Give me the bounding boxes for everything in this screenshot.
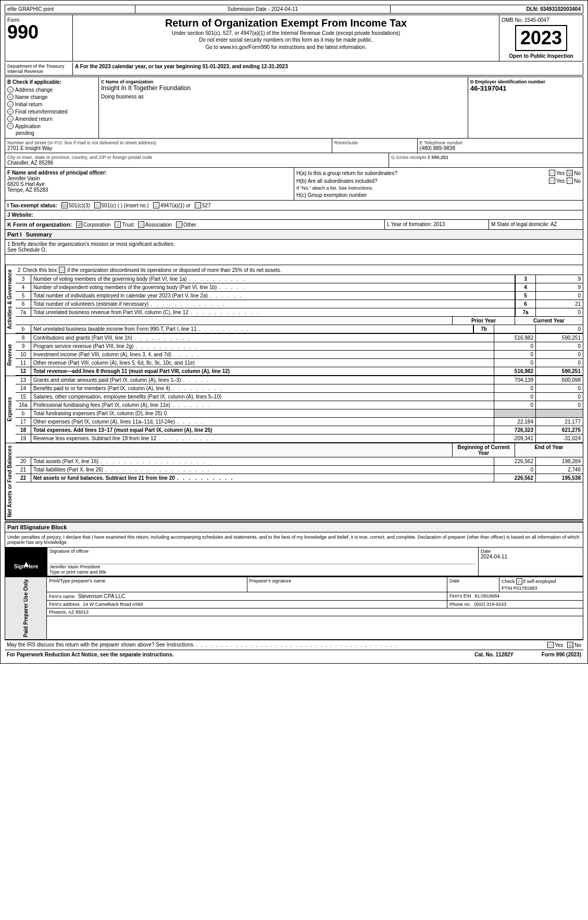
tax-527-box[interactable]: □	[195, 202, 201, 208]
line12-num: 12	[16, 367, 31, 375]
main-header: Form 990 Return of Organization Exempt F…	[5, 15, 583, 61]
amended-return-label: Amended return	[15, 116, 53, 122]
line15-desc: Salaries, other compensation, employee b…	[31, 393, 494, 401]
form-body: B Check if applicable: ○ Address change …	[5, 77, 583, 520]
line14-current: 0	[536, 384, 583, 392]
part1-label: Part I	[7, 231, 22, 238]
pending-label: pending	[7, 130, 96, 136]
line6-num: 6	[16, 300, 31, 308]
line11-desc: Other revenue (Part VIII, column (A), li…	[31, 359, 494, 367]
website-text: Go to www.irs.gov/Form990 for instructio…	[75, 44, 497, 50]
hb-yes: □Yes	[549, 178, 565, 184]
address-value: 2701 E Insight Way	[7, 145, 330, 151]
check-mark-box[interactable]: ✓	[516, 578, 522, 585]
corp-box[interactable]: ☑	[76, 221, 82, 228]
line13-num: 13	[16, 376, 31, 384]
assets-sidebar-label: Net Assets or Fund Balances	[5, 443, 16, 519]
sig-date-label: Date	[481, 549, 581, 554]
address-change-label: Address change	[15, 87, 53, 93]
line16a-current: 0	[536, 401, 583, 409]
line21-num: 21	[16, 466, 31, 474]
line8-num: 8	[16, 334, 31, 342]
line20-row: 20 Total assets (Part X, line 16) . . . …	[16, 457, 583, 466]
line4-desc: Number of independent voting members of …	[31, 283, 515, 291]
discuss-no-box[interactable]: ☑	[567, 642, 573, 648]
line2-row: 2 Check this box □ if the organization d…	[16, 265, 583, 275]
form-990-number: 990	[7, 23, 39, 42]
ha-no-box[interactable]: ☑	[567, 170, 573, 176]
line11-prior: 0	[494, 359, 536, 367]
final-return-checkbox[interactable]: ○	[7, 108, 14, 115]
discuss-options: □ Yes ☑ No	[547, 642, 581, 648]
ha-options: □Yes ☑No	[549, 170, 581, 176]
line7a-val: 0	[536, 308, 583, 316]
initial-return-checkbox[interactable]: ○	[7, 101, 14, 107]
doing-business-label: Doing business as	[101, 94, 466, 100]
address-row: Number and street (or P.O. box if mail i…	[5, 139, 583, 153]
check-applicable-label: B Check if applicable:	[7, 79, 96, 85]
hb-no-box[interactable]: □	[567, 178, 573, 184]
form-990-page: efile GRAPHIC print Submission Date - 20…	[0, 0, 588, 664]
prior-year-header: Prior Year	[453, 317, 515, 325]
tax-501c3: ☑ 501(c)(3)	[61, 202, 90, 208]
hb-row: H(b) Are all subordinates included? □Yes…	[296, 178, 581, 184]
activities-label: Activities & Governance	[5, 265, 16, 333]
other-option: □ Other	[176, 221, 196, 228]
col-h-spacer	[16, 317, 453, 325]
name-change-checkbox[interactable]: ○	[7, 94, 14, 100]
tax-501c-box[interactable]: □	[94, 202, 101, 208]
other-box[interactable]: □	[176, 221, 182, 228]
paid-row2: Firm's name Stevenson CPA LLC Firm's EIN…	[47, 592, 583, 601]
firm-ein-label: Firm's EIN	[449, 593, 471, 599]
line7b-val: 0	[536, 325, 583, 333]
line18-current: 621,275	[536, 426, 583, 434]
tax-4947-label: 4947(a)(1) or	[160, 203, 191, 208]
amended-return-checkbox[interactable]: ○	[7, 116, 14, 122]
line12-current: 590,251	[536, 367, 583, 375]
line20-desc: Total assets (Part X, line 16) . . . . .…	[31, 457, 494, 465]
form-label-footer: Form 990 (2023)	[514, 652, 581, 657]
firm-address-label: Firm's address	[49, 602, 80, 607]
sign-here-label: ►	[21, 560, 31, 568]
line15-num: 15	[16, 393, 31, 401]
sig-date-row: Signature of officer Jennifer Vasin Pres…	[47, 548, 583, 576]
sign-here-box: ► Sign Here	[5, 548, 47, 576]
line22-row: 22 Net assets or fund balances. Subtract…	[16, 474, 583, 482]
discuss-yes-box[interactable]: □	[547, 642, 554, 648]
revenue-sidebar-label: Revenue	[5, 334, 16, 376]
check-col: B Check if applicable: ○ Address change …	[5, 77, 99, 138]
address-change-item: ○ Address change	[7, 86, 96, 93]
hb-yes-box[interactable]: □	[549, 178, 555, 184]
ha-yes-box[interactable]: □	[549, 170, 555, 176]
line19-current: -31,024	[536, 434, 583, 442]
line11-current: 0	[536, 359, 583, 367]
part2-header: Part II Signature Block	[5, 522, 583, 532]
line21-row: 21 Total liabilities (Part X, line 26) .…	[16, 466, 583, 474]
tax-4947-box[interactable]: □	[153, 202, 159, 208]
city-label: City or town, state or province, country…	[7, 155, 386, 160]
line15-prior: 0	[494, 393, 536, 401]
sig-name-label: Type or print name and title	[49, 569, 476, 575]
room-field: Room/suite	[332, 139, 418, 153]
assoc-box[interactable]: □	[138, 221, 144, 228]
line4-val: 9	[536, 283, 583, 291]
address-label: Number and street (or P.O. box if mail i…	[7, 140, 330, 145]
line2-checkbox[interactable]: □	[59, 267, 65, 273]
tax-501c3-box[interactable]: ☑	[61, 202, 68, 208]
firm-name-value: Stevenson CPA LLC	[78, 593, 125, 599]
line7b-ref: 7b	[473, 325, 494, 333]
part1-title: Summary	[26, 231, 52, 238]
tax-501c: □ 501(c) ( ) (insert no.)	[94, 202, 149, 208]
line8-prior: 516,982	[494, 334, 536, 342]
other-label: Other	[183, 222, 196, 228]
trust-box[interactable]: □	[115, 221, 121, 228]
sig-date-value: 2024-04-11	[481, 554, 581, 560]
ptin-value: P01781883	[514, 586, 537, 591]
application-checkbox[interactable]: ○	[7, 123, 14, 129]
line21-end: 2,746	[536, 466, 583, 474]
address-change-checkbox[interactable]: ○	[7, 86, 14, 93]
city-value: Chandler, AZ 85286	[7, 160, 386, 166]
tax-501c3-label: 501(c)(3)	[69, 203, 90, 208]
dept-row: Department of the Treasury Internal Reve…	[5, 63, 583, 76]
revenue-content: 8 Contributions and grants (Part VIII, l…	[16, 334, 583, 376]
